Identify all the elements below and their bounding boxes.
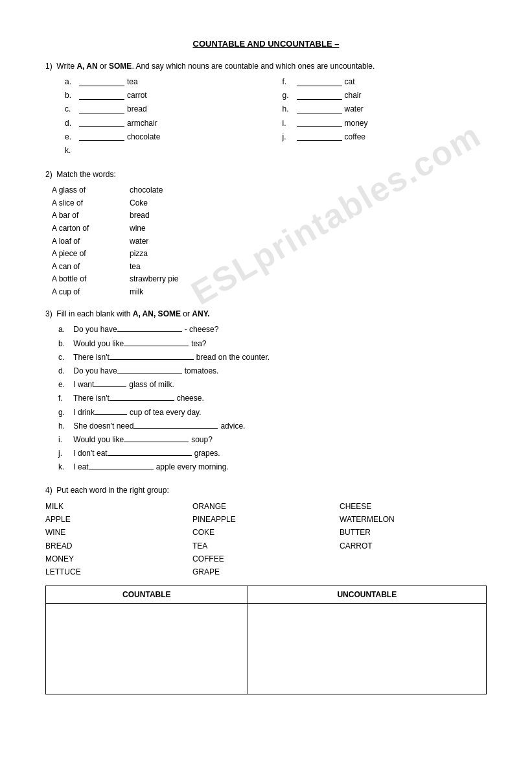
list-item: LETTUCE: [45, 565, 192, 578]
word-col-2: ORANGE PINEAPPLE COKE TEA COFFEE GRAPE: [192, 500, 340, 579]
list-item: A carton ofwine: [52, 222, 487, 235]
list-item: g.chair: [283, 89, 487, 102]
list-item: h.water: [283, 103, 487, 115]
section1-right-col: f.cat g.chair h.water i.money j.coffee: [283, 76, 487, 158]
list-item: h. She doesn't need advice.: [58, 420, 487, 432]
list-item: j.coffee: [283, 131, 487, 143]
list-item: a. Do you have - cheese?: [58, 324, 487, 336]
section3: 3) Fill in each blank with A, AN, SOME o…: [45, 308, 487, 473]
list-item: TEA: [192, 539, 340, 552]
list-item: CHEESE: [340, 500, 487, 513]
list-item: A loaf ofwater: [52, 235, 487, 248]
list-item: e. I want glass of milk.: [58, 379, 487, 391]
section1: 1) Write A, AN or SOME. And say which no…: [45, 60, 487, 158]
countable-uncountable-table: COUNTABLE UNCOUNTABLE: [45, 586, 487, 694]
list-item: c. There isn'tbread on the counter.: [58, 351, 487, 364]
list-item: A can oftea: [52, 261, 487, 273]
section1-left-col: a.tea b.carrot c.bread d.armchair e.choc…: [65, 76, 270, 158]
section4-wordlist: MILK APPLE WINE BREAD MONEY LETTUCE ORAN…: [45, 500, 487, 579]
section2: 2) Match the words: A glass ofchocolate …: [45, 169, 487, 298]
page-title: COUNTABLE AND UNCOUNTABLE –: [45, 39, 487, 49]
list-item: d. Do you have tomatoes.: [58, 365, 487, 377]
list-item: A bar ofbread: [52, 209, 487, 222]
list-item: MILK: [45, 500, 192, 513]
list-item: i. Would you likesoup?: [58, 434, 487, 446]
list-item: j. I don't eat grapes.: [58, 447, 487, 460]
list-item: A glass ofchocolate: [52, 184, 487, 196]
word-col-1: MILK APPLE WINE BREAD MONEY LETTUCE: [45, 500, 192, 579]
table-cell-countable: [46, 603, 248, 694]
list-item: PINEAPPLE: [192, 513, 340, 526]
section1-items: a.tea b.carrot c.bread d.armchair e.choc…: [65, 76, 487, 158]
list-item: APPLE: [45, 513, 192, 526]
list-item: k. I eat apple every morning.: [58, 461, 487, 473]
list-item: k.: [65, 145, 270, 157]
list-item: CARROT: [340, 539, 487, 552]
list-item: i.money: [283, 117, 487, 130]
list-item: A slice ofCoke: [52, 197, 487, 209]
list-item: WATERMELON: [340, 513, 487, 526]
section4: 4) Put each word in the right group: MIL…: [45, 484, 487, 694]
list-item: b. Would you like tea?: [58, 338, 487, 350]
list-item: A piece ofpizza: [52, 248, 487, 260]
list-item: GRAPE: [192, 565, 340, 578]
section1-instruction: 1) Write A, AN or SOME. And say which no…: [45, 60, 487, 72]
list-item: d.armchair: [65, 117, 270, 130]
list-item: g. I drinkcup of tea every day.: [58, 407, 487, 419]
list-item: MONEY: [45, 552, 192, 565]
section3-fills: a. Do you have - cheese? b. Would you li…: [58, 324, 487, 473]
list-item: BREAD: [45, 539, 192, 552]
table-header-uncountable: UNCOUNTABLE: [248, 586, 486, 603]
list-item: b.carrot: [65, 89, 270, 102]
word-col-3: CHEESE WATERMELON BUTTER CARROT: [340, 500, 487, 579]
list-item: A cup ofmilk: [52, 286, 487, 298]
section2-matches: A glass ofchocolate A slice ofCoke A bar…: [52, 184, 487, 298]
list-item: e.chocolate: [65, 131, 270, 143]
list-item: a.tea: [65, 76, 270, 88]
list-item: f. There isn'tcheese.: [58, 392, 487, 405]
table-cell-uncountable: [248, 603, 486, 694]
list-item: ORANGE: [192, 500, 340, 513]
table-header-countable: COUNTABLE: [46, 586, 248, 603]
list-item: COFFEE: [192, 552, 340, 565]
list-item: BUTTER: [340, 526, 487, 539]
list-item: c.bread: [65, 103, 270, 115]
list-item: f.cat: [283, 76, 487, 88]
list-item: COKE: [192, 526, 340, 539]
list-item: WINE: [45, 526, 192, 539]
list-item: A bottle ofstrawberry pie: [52, 273, 487, 285]
